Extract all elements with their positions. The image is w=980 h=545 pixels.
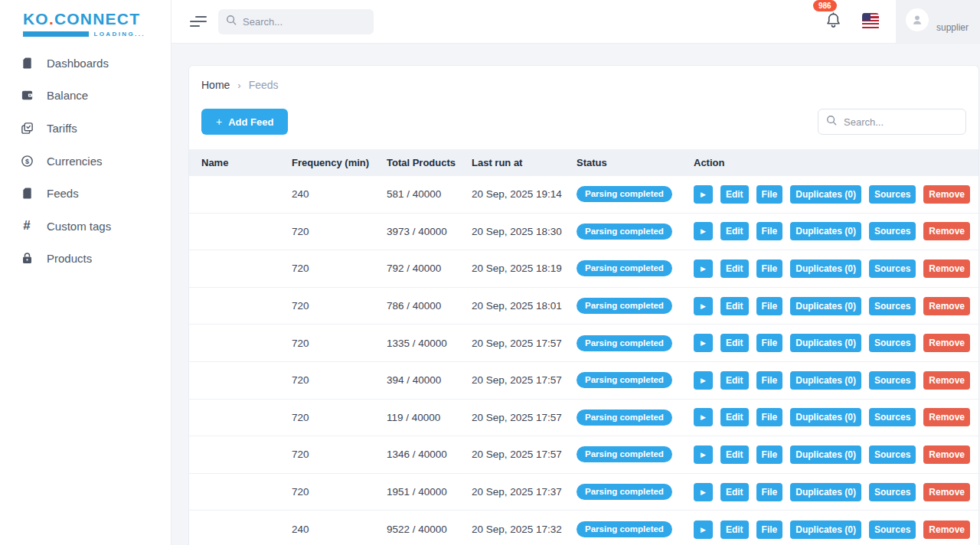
play-button[interactable]: ▶ [694,222,713,240]
play-button[interactable]: ▶ [694,408,713,426]
play-button[interactable]: ▶ [694,445,713,464]
file-button[interactable]: File [756,185,783,204]
status-badge: Parsing completed [577,410,672,426]
play-button[interactable]: ▶ [694,259,713,278]
menu-toggle-icon[interactable] [190,16,207,27]
cell-total-products: 119 / 40000 [387,412,472,423]
col-name: Name [201,157,292,168]
file-button[interactable]: File [756,222,783,240]
sidebar-nav: Dashboards Balance Tariffs $ Currencies [0,47,171,275]
col-status: Status [577,157,694,168]
edit-button[interactable]: Edit [720,445,749,464]
svg-text:$: $ [25,157,29,165]
edit-button[interactable]: Edit [720,185,749,204]
play-button[interactable]: ▶ [694,521,713,539]
edit-button[interactable]: Edit [720,222,749,240]
edit-button[interactable]: Edit [720,371,749,390]
sidebar-item-feeds[interactable]: Feeds [0,177,171,210]
sources-button[interactable]: Sources [869,297,916,315]
remove-button[interactable]: Remove [923,334,970,352]
user-menu[interactable]: supplier [896,0,980,43]
bag-icon [19,252,34,265]
col-last-run-at: Last run at [472,157,577,168]
col-frequency: Frequency (min) [292,157,387,168]
topbar-search-input[interactable] [243,16,366,28]
play-button[interactable]: ▶ [694,483,713,501]
sidebar-item-tariffs[interactable]: Tariffs [0,112,171,145]
play-button[interactable]: ▶ [694,371,713,390]
remove-button[interactable]: Remove [923,222,970,240]
edit-button[interactable]: Edit [720,259,749,278]
file-button[interactable]: File [756,445,783,464]
sources-button[interactable]: Sources [869,445,916,464]
edit-button[interactable]: Edit [720,408,749,426]
cell-last-run-at: 20 Sep, 2025 19:14 [472,188,577,200]
sidebar-item-products[interactable]: Products [0,243,171,276]
edit-button[interactable]: Edit [720,297,749,315]
cell-actions: ▶ Edit File Duplicates (0) Sources Remov… [694,408,978,426]
table-search-input[interactable] [844,116,958,128]
cell-total-products: 786 / 40000 [387,300,472,312]
cell-actions: ▶ Edit File Duplicates (0) Sources Remov… [694,259,978,278]
duplicates-button[interactable]: Duplicates (0) [790,371,861,390]
sources-button[interactable]: Sources [869,185,916,204]
app-root: KO.CONNECT LOADING... Dashboards Balance [0,0,980,545]
sources-button[interactable]: Sources [869,259,916,278]
sidebar-item-dashboards[interactable]: Dashboards [0,47,171,80]
remove-button[interactable]: Remove [923,185,970,204]
logo[interactable]: KO.CONNECT LOADING... [0,0,171,38]
remove-button[interactable]: Remove [923,445,970,464]
duplicates-button[interactable]: Duplicates (0) [790,185,861,204]
duplicates-button[interactable]: Duplicates (0) [790,222,861,240]
file-button[interactable]: File [756,334,783,352]
sources-button[interactable]: Sources [869,334,916,352]
duplicates-button[interactable]: Duplicates (0) [790,445,861,464]
duplicates-button[interactable]: Duplicates (0) [790,297,861,315]
sidebar-item-label: Feeds [47,187,79,200]
person-icon [910,13,924,27]
duplicates-button[interactable]: Duplicates (0) [790,521,861,539]
remove-button[interactable]: Remove [923,371,970,390]
sources-button[interactable]: Sources [869,222,916,240]
sidebar-item-currencies[interactable]: $ Currencies [0,145,171,178]
play-button[interactable]: ▶ [694,185,713,204]
remove-button[interactable]: Remove [923,259,970,278]
duplicates-button[interactable]: Duplicates (0) [790,483,861,501]
file-button[interactable]: File [756,297,783,315]
edit-button[interactable]: Edit [720,521,749,539]
sidebar-item-label: Custom tags [47,220,111,233]
remove-button[interactable]: Remove [923,483,970,501]
file-button[interactable]: File [756,371,783,390]
sidebar-item-label: Balance [47,89,88,102]
notifications-button[interactable]: 986 [825,11,842,32]
sources-button[interactable]: Sources [869,521,916,539]
file-button[interactable]: File [756,408,783,426]
edit-button[interactable]: Edit [720,334,749,352]
edit-button[interactable]: Edit [720,483,749,501]
add-feed-button[interactable]: +Add Feed [201,109,288,135]
status-badge: Parsing completed [577,372,672,388]
play-button[interactable]: ▶ [694,334,713,352]
cell-total-products: 1346 / 40000 [387,449,472,460]
status-badge: Parsing completed [577,335,672,351]
sources-button[interactable]: Sources [869,371,916,390]
remove-button[interactable]: Remove [923,521,970,539]
sidebar-item-custom-tags[interactable]: # Custom tags [0,210,171,243]
user-label: supplier [936,22,969,33]
search-icon [226,15,237,28]
duplicates-button[interactable]: Duplicates (0) [790,334,861,352]
breadcrumb-home[interactable]: Home [201,79,230,91]
remove-button[interactable]: Remove [923,408,970,426]
sources-button[interactable]: Sources [869,483,916,501]
sidebar-item-balance[interactable]: Balance [0,80,171,113]
sources-button[interactable]: Sources [869,408,916,426]
file-button[interactable]: File [756,521,783,539]
file-button[interactable]: File [756,259,783,278]
duplicates-button[interactable]: Duplicates (0) [790,408,861,426]
play-button[interactable]: ▶ [694,297,713,315]
status-badge: Parsing completed [577,186,672,202]
language-flag-icon[interactable] [862,13,879,30]
remove-button[interactable]: Remove [923,297,970,315]
file-button[interactable]: File [756,483,783,501]
duplicates-button[interactable]: Duplicates (0) [790,259,861,278]
